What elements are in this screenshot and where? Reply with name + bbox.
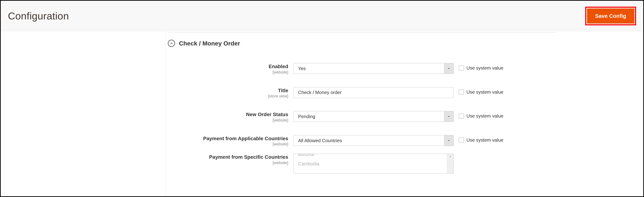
field-control bbox=[294, 87, 454, 98]
section-divider bbox=[168, 32, 556, 32]
new-order-status-select[interactable]: Pending bbox=[294, 111, 454, 122]
form-rows: Enabled [website] Yes No bbox=[168, 63, 632, 174]
use-system-value: Use system value bbox=[459, 87, 503, 95]
field-row-applicable-countries: Payment from Applicable Countries [websi… bbox=[168, 135, 632, 147]
section-title: Check / Money Order bbox=[179, 40, 240, 47]
field-scope: [website] bbox=[168, 70, 288, 74]
field-label-col: Title [store view] bbox=[168, 87, 288, 99]
field-label: Payment from Specific Countries bbox=[168, 154, 288, 160]
use-system-value-checkbox[interactable] bbox=[459, 114, 464, 119]
field-row-enabled: Enabled [website] Yes No bbox=[168, 63, 632, 74]
use-system-value-checkbox[interactable] bbox=[459, 138, 464, 142]
multiselect-scrollbar[interactable] bbox=[447, 154, 453, 173]
scroll-up-icon bbox=[447, 154, 453, 159]
multiselect-option[interactable]: Cambodia bbox=[294, 159, 446, 168]
applicable-countries-select[interactable]: All Allowed Countries Specific Countries bbox=[294, 135, 454, 146]
field-label: New Order Status bbox=[168, 112, 288, 118]
field-label-col: Payment from Specific Countries [website… bbox=[168, 154, 288, 165]
field-control: Pending bbox=[294, 111, 454, 122]
multiselect-viewport: Burundi Cambodia bbox=[294, 154, 446, 173]
field-label-col: New Order Status [website] bbox=[168, 111, 288, 122]
field-row-specific-countries: Payment from Specific Countries [website… bbox=[168, 154, 632, 174]
use-system-value-label[interactable]: Use system value bbox=[466, 137, 503, 143]
enabled-select[interactable]: Yes No bbox=[294, 63, 454, 74]
new-order-status-select-wrap: Pending bbox=[294, 111, 454, 122]
field-control: All Allowed Countries Specific Countries bbox=[294, 135, 454, 146]
use-system-value-label[interactable]: Use system value bbox=[466, 89, 503, 95]
use-system-value-label[interactable]: Use system value bbox=[466, 65, 503, 71]
field-label-col: Payment from Applicable Countries [websi… bbox=[168, 135, 288, 147]
use-system-value: Use system value bbox=[459, 63, 503, 71]
specific-countries-multiselect[interactable]: Burundi Cambodia bbox=[294, 154, 454, 174]
field-scope: [website] bbox=[168, 142, 288, 146]
use-system-value-label[interactable]: Use system value bbox=[466, 113, 503, 119]
field-label: Title bbox=[168, 88, 288, 94]
title-input[interactable] bbox=[294, 87, 454, 98]
svg-marker-3 bbox=[450, 156, 451, 157]
config-sidebar bbox=[1, 31, 166, 196]
applicable-countries-select-wrap: All Allowed Countries Specific Countries bbox=[294, 135, 454, 146]
multiselect-option[interactable]: Burundi bbox=[294, 154, 446, 159]
body-area: Check / Money Order Enabled [website] Ye… bbox=[1, 31, 643, 196]
use-system-value-checkbox[interactable] bbox=[459, 66, 464, 71]
field-control: Burundi Cambodia bbox=[294, 154, 454, 174]
field-scope: [website] bbox=[168, 160, 288, 165]
field-row-new-order-status: New Order Status [website] Pending bbox=[168, 111, 632, 122]
chevron-up-icon bbox=[168, 40, 175, 47]
config-main: Check / Money Order Enabled [website] Ye… bbox=[166, 31, 643, 196]
section-toggle-check-money-order[interactable]: Check / Money Order bbox=[168, 40, 632, 47]
save-button-highlight: Save Config bbox=[585, 7, 636, 25]
field-scope: [website] bbox=[168, 118, 288, 122]
field-scope: [store view] bbox=[168, 94, 288, 98]
page-title: Configuration bbox=[8, 10, 69, 22]
save-config-button[interactable]: Save Config bbox=[587, 8, 634, 24]
use-system-value: Use system value bbox=[459, 111, 503, 119]
enabled-select-wrap: Yes No bbox=[294, 63, 454, 74]
field-label-col: Enabled [website] bbox=[168, 63, 288, 74]
use-system-value: Use system value bbox=[459, 135, 503, 143]
page-header: Configuration Save Config bbox=[1, 1, 643, 31]
field-label: Payment from Applicable Countries bbox=[168, 136, 288, 142]
use-system-value-checkbox[interactable] bbox=[459, 90, 464, 94]
field-label: Enabled bbox=[168, 64, 288, 70]
field-row-title: Title [store view] Use system value bbox=[168, 87, 632, 99]
field-control: Yes No bbox=[294, 63, 454, 74]
